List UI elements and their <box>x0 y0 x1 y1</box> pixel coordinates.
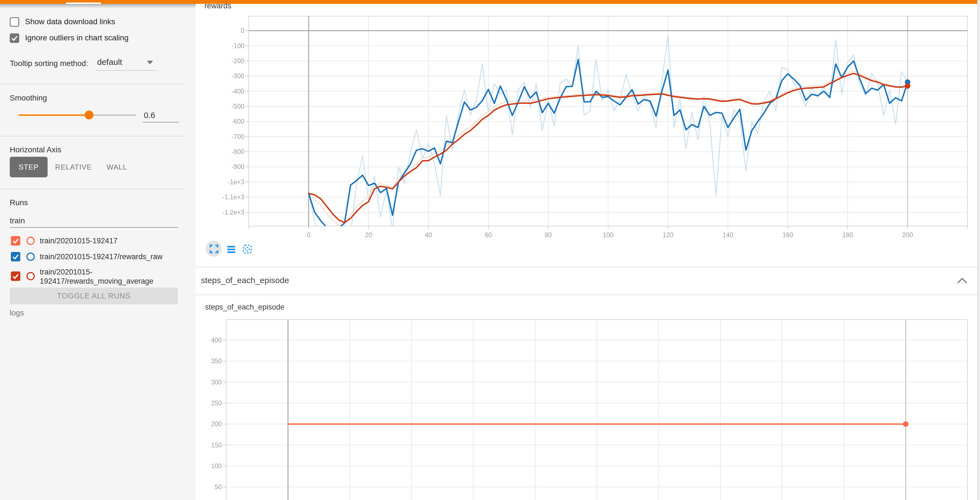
haxis-relative-button[interactable]: RELATIVE <box>54 157 92 177</box>
svg-text:200: 200 <box>211 420 222 428</box>
runs-label: Runs <box>10 198 28 207</box>
expand-chart-icon[interactable] <box>209 244 219 254</box>
dropdown-underline <box>97 70 156 71</box>
run-checkbox[interactable] <box>11 252 20 261</box>
svg-text:80: 80 <box>544 231 552 239</box>
show-download-links-label: Show data download links <box>25 17 164 26</box>
horizontal-axis-label: Horizontal Axis <box>10 145 61 154</box>
svg-text:100: 100 <box>603 231 613 239</box>
svg-text:-700: -700 <box>232 133 244 140</box>
collapse-chevron-icon[interactable] <box>957 277 967 284</box>
svg-text:-1e+3: -1e+3 <box>228 178 244 186</box>
toggle-y-axis-icon[interactable] <box>226 244 236 254</box>
fit-domain-icon[interactable] <box>242 244 252 254</box>
svg-text:50: 50 <box>215 483 222 490</box>
svg-text:140: 140 <box>722 231 733 239</box>
svg-text:300: 300 <box>211 379 222 386</box>
run-label: train/20201015-192417/rewards_moving_ave… <box>40 268 179 286</box>
divider <box>0 84 185 84</box>
run-checkbox[interactable] <box>11 236 20 245</box>
run-color-radio[interactable] <box>26 237 35 245</box>
settings-sidebar: Show data download links Ignore outliers… <box>0 4 185 500</box>
smoothing-input-underline <box>143 122 179 123</box>
svg-text:-800: -800 <box>232 148 244 155</box>
tooltip-sorting-dropdown[interactable]: default <box>97 56 157 71</box>
tensorboard-app: Show data download links Ignore outliers… <box>0 0 980 500</box>
slider-knob[interactable] <box>84 110 94 119</box>
ignore-outliers-label: Ignore outliers in chart scaling <box>25 33 175 42</box>
svg-text:-900: -900 <box>232 163 244 170</box>
svg-text:-500: -500 <box>232 103 244 110</box>
check-icon <box>12 237 19 245</box>
svg-text:40: 40 <box>425 231 432 239</box>
steps-chart[interactable]: 40035030025020015010050 <box>196 296 977 500</box>
svg-text:180: 180 <box>842 231 853 239</box>
slider-active-track <box>18 115 89 116</box>
svg-text:200: 200 <box>902 231 913 239</box>
divider <box>0 136 185 136</box>
svg-text:0: 0 <box>241 27 244 34</box>
run-label: train/20201015-192417 <box>40 236 180 245</box>
section-header-title: steps_of_each_episode <box>201 275 289 285</box>
svg-text:-200: -200 <box>232 57 244 65</box>
logdir-label: logs <box>10 309 24 317</box>
smoothing-label: Smoothing <box>10 94 47 102</box>
check-icon <box>12 272 19 280</box>
toggle-all-runs-button[interactable]: TOGGLE ALL RUNS <box>10 288 178 304</box>
svg-text:400: 400 <box>211 337 222 344</box>
tooltip-sorting-value: default <box>97 57 122 67</box>
show-download-links-checkbox[interactable] <box>10 17 19 27</box>
svg-text:-400: -400 <box>232 88 244 95</box>
haxis-step-button[interactable]: STEP <box>10 157 48 177</box>
divider <box>0 189 185 189</box>
svg-text:60: 60 <box>485 231 492 239</box>
page-scrollbar[interactable] <box>977 0 980 500</box>
haxis-wall-button[interactable]: WALL <box>100 157 134 177</box>
check-icon <box>11 34 18 42</box>
tooltip-sorting-label: Tooltip sorting method: <box>10 59 88 68</box>
svg-text:-100: -100 <box>232 42 244 49</box>
svg-text:-300: -300 <box>232 72 244 80</box>
check-icon <box>12 253 19 261</box>
ignore-outliers-checkbox[interactable] <box>10 33 19 43</box>
svg-text:250: 250 <box>211 400 222 407</box>
svg-text:120: 120 <box>663 231 673 239</box>
runs-filter-underline <box>10 227 178 228</box>
smoothing-slider[interactable] <box>18 111 136 120</box>
svg-text:150: 150 <box>211 441 222 449</box>
svg-text:-1.2e+3: -1.2e+3 <box>222 209 244 216</box>
rewards-chart[interactable]: 0-100-200-300-400-500-600-700-800-900-1e… <box>196 0 977 266</box>
run-color-radio[interactable] <box>26 272 35 280</box>
svg-text:100: 100 <box>211 462 222 470</box>
svg-text:0: 0 <box>307 231 310 239</box>
run-color-radio[interactable] <box>26 253 35 261</box>
runs-filter-input[interactable]: train <box>10 216 25 225</box>
run-label: train/20201015-192417/rewards_raw <box>40 252 180 261</box>
chevron-down-icon <box>147 61 153 64</box>
svg-text:-1.1e+3: -1.1e+3 <box>222 193 244 201</box>
run-checkbox[interactable] <box>11 271 20 281</box>
smoothing-value-input[interactable]: 0.6 <box>144 111 155 120</box>
svg-text:20: 20 <box>365 231 372 239</box>
svg-text:-600: -600 <box>232 118 244 125</box>
svg-text:350: 350 <box>211 357 222 365</box>
svg-text:160: 160 <box>783 231 793 239</box>
section-header[interactable]: steps_of_each_episode <box>196 268 977 293</box>
